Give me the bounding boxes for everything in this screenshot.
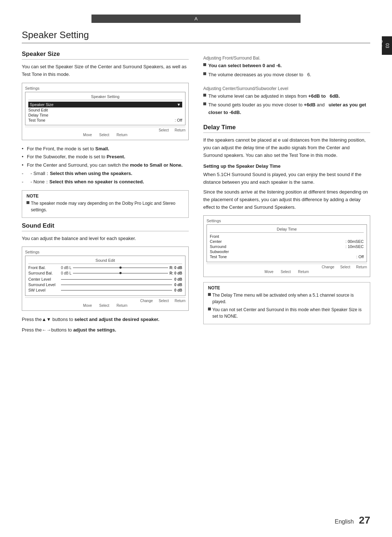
delay-subwoofer-label: Subwoofer xyxy=(210,249,229,254)
delay-time-settings-box: Settings Delay Time Front Center : 00mSE… xyxy=(203,215,370,277)
front-bal-dot xyxy=(119,267,122,269)
surround-bal-dot xyxy=(119,272,122,274)
surround-level-label: Surround Level xyxy=(28,282,61,287)
adjusting-center-label: Adjusting Center/Surround/Subwoofer Leve… xyxy=(203,86,370,91)
bullet-1: For the Front, the mode is set to Small. xyxy=(22,145,189,153)
speaker-size-row-value: ▼ xyxy=(177,102,181,107)
center-square-icon-1 xyxy=(203,94,206,97)
speaker-size-heading: Speaker Size xyxy=(22,50,189,60)
delay-note-item-2: You can not set Center and Surround in t… xyxy=(208,306,366,320)
page-footer: English 27 xyxy=(335,514,370,526)
delay-time-subsection-label: Setting up the Speaker Delay Time xyxy=(203,163,370,169)
sound-edit-heading: Sound Edit xyxy=(22,222,189,231)
delay-footer2-select: Select xyxy=(281,270,291,274)
bullet-3: For the Center and Surround, you can swi… xyxy=(22,162,189,169)
note-text-1: The speaker mode may vary depending on t… xyxy=(31,200,184,213)
front-square-icon-2 xyxy=(203,72,206,75)
adjusting-front-label: Adjusting Front/Surround Bal. xyxy=(203,56,370,61)
surround-bal-label: Surround Bal. xyxy=(28,271,61,275)
center-level-label: Center Level xyxy=(28,277,61,281)
test-tone-row[interactable]: Test Tone : Off xyxy=(28,118,182,123)
content-wrapper: Speaker Size You can set the Speaker Siz… xyxy=(22,50,370,334)
test-tone-label-item: Test Tone xyxy=(28,118,175,122)
delay-surround-row: Surround : 10mSEC xyxy=(210,244,364,249)
delay-front-label: Front xyxy=(210,234,219,239)
speaker-size-note: NOTE The speaker mode may vary depending… xyxy=(22,190,189,218)
bullet-5: - None：Select this when no speaker is co… xyxy=(22,178,189,186)
delay-note-title: NOTE xyxy=(208,285,366,290)
delay-note-square-2 xyxy=(208,308,211,310)
delay-note-item-1: The Delay Time menu will be activated on… xyxy=(208,292,366,305)
delay-footer-change: Change xyxy=(322,265,334,269)
delay-settings-label: Settings xyxy=(207,219,367,223)
delay-footer2-move: Move xyxy=(265,270,273,274)
delay-surround-value: : 10mSEC xyxy=(346,244,364,249)
footer-word: English xyxy=(335,518,354,525)
delay-center-row: Center : 00mSEC xyxy=(210,239,364,244)
speaker-size-settings-box: Settings Speaker Setting Speaker Size ▼ … xyxy=(22,83,189,140)
delay-testtone-row: Test Tone : Off xyxy=(210,255,364,259)
adjusting-front-section: Adjusting Front/Surround Bal. You can se… xyxy=(203,56,370,79)
footer-select: Select xyxy=(159,128,169,132)
side-tab-label: Setup xyxy=(378,40,383,51)
sound-edit-section: Sound Edit You can adjust the balance an… xyxy=(22,222,189,334)
delay-note-text-1: The Delay Time menu will be activated on… xyxy=(212,292,366,305)
delay-time-inner-box: Delay Time Front Center : 00mSEC Surroun… xyxy=(207,224,367,262)
settings-label: Settings xyxy=(25,86,185,90)
delay-time-row[interactable]: Delay Time xyxy=(28,113,182,118)
sound-edit-inner-title: Sound Edit xyxy=(28,258,182,264)
footer-select2: Select xyxy=(99,133,109,137)
page-container: 03 Setup A Speaker Setting Speaker Size … xyxy=(0,0,392,537)
left-column: Speaker Size You can set the Speaker Siz… xyxy=(22,50,189,334)
sw-level-row: SW Level 0 dB xyxy=(28,288,182,292)
delay-note-text-2: You can not set Center and Surround in t… xyxy=(212,306,366,320)
delay-testtone-label: Test Tone xyxy=(210,255,227,259)
se-footer2-return: Return xyxy=(117,304,127,308)
sound-edit-row[interactable]: Sound Edit xyxy=(28,107,182,113)
note-square-icon xyxy=(26,201,29,204)
se-footer-return: Return xyxy=(175,299,185,303)
delay-footer-select: Select xyxy=(340,265,350,269)
footer-number: 27 xyxy=(359,514,370,526)
sound-edit-footer2: Move Select Return xyxy=(25,304,185,308)
surround-bal-line xyxy=(73,273,168,273)
speaker-size-row-selected[interactable]: Speaker Size ▼ xyxy=(28,102,182,107)
surround-level-line xyxy=(61,285,172,285)
sound-edit-label-item: Sound Edit xyxy=(28,108,182,112)
delay-center-label: Center xyxy=(210,239,222,244)
front-square-icon-1 xyxy=(203,63,206,66)
delay-time-subsection-text2: Since the sounds arrive at the listening… xyxy=(203,188,370,211)
center-level-row: Center Level 0 dB xyxy=(28,277,182,281)
delay-center-value: : 00mSEC xyxy=(346,239,364,244)
se-footer2-select: Select xyxy=(99,304,109,308)
front-bullet-text-2: The volume decreases as you move closer … xyxy=(208,71,311,79)
side-tab-number: 03 xyxy=(385,43,390,48)
speaker-size-section: Speaker Size You can set the Speaker Siz… xyxy=(22,50,189,218)
press-text-1: Press the▲▼ buttons to select and adjust… xyxy=(22,316,189,324)
delay-footer2-return: Return xyxy=(298,270,309,274)
delay-footer-return: Return xyxy=(356,265,367,269)
surround-level-row: Surround Level 0 dB xyxy=(28,282,182,287)
sound-edit-settings-label: Settings xyxy=(25,250,185,254)
bullet-2: For the Subwoofer, the mode is set to Pr… xyxy=(22,153,189,161)
delay-time-label-item: Delay Time xyxy=(28,113,182,117)
delay-footer: Change Select Return xyxy=(207,264,367,269)
press-text-2: Press the←→buttons to adjust the setting… xyxy=(22,326,189,334)
front-bal-right: R: 0 dB xyxy=(170,266,182,270)
speaker-setting-inner-title: Speaker Setting xyxy=(28,94,182,100)
note-item-1: The speaker mode may vary depending on t… xyxy=(26,200,184,213)
front-bullet-1: You can select between 0 and -6. xyxy=(203,62,370,70)
front-bullet-2: The volume decreases as you move closer … xyxy=(203,71,370,79)
front-bal-row: Front Bal. 0 dB L R: 0 dB xyxy=(28,265,182,270)
page-title: Speaker Setting xyxy=(22,29,370,43)
delay-time-section: Delay Time If the speakers cannot be pla… xyxy=(203,124,370,324)
footer-move: Move xyxy=(83,133,92,137)
delay-note-square-1 xyxy=(208,293,211,296)
delay-time-inner-title: Delay Time xyxy=(210,227,364,233)
surround-bal-right: R: 0 dB xyxy=(170,271,182,275)
center-level-value: 0 dB xyxy=(174,277,182,281)
surround-bal-row: Surround Bal. 0 dB L R: 0 dB xyxy=(28,271,182,275)
center-bullet-2: The sound gets louder as you move closer… xyxy=(203,101,370,117)
front-bal-label: Front Bal. xyxy=(28,265,61,270)
surround-bal-left: 0 dB L xyxy=(61,271,72,275)
